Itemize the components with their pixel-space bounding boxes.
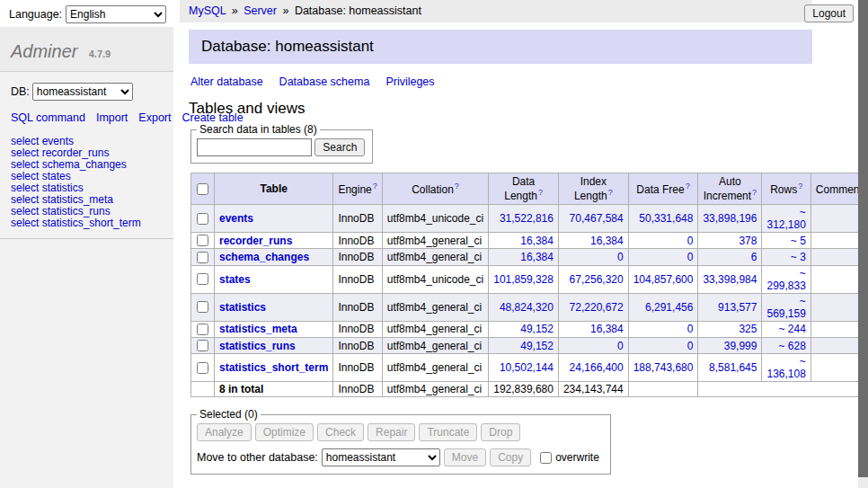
export-link[interactable]: Export — [138, 111, 171, 124]
row-select-cell — [191, 293, 215, 321]
row-select-checkbox[interactable] — [197, 273, 208, 285]
auto-increment-link[interactable]: 6 — [751, 251, 757, 263]
help-icon[interactable]: ? — [373, 182, 377, 191]
table-name-link[interactable]: recorder_runs — [219, 235, 292, 247]
sidebar-table-link[interactable]: select statistics_short_term — [11, 217, 173, 229]
vertical-scrollbar[interactable] — [858, 0, 868, 488]
index-length-cell: 0 — [558, 249, 628, 265]
data-length-link[interactable]: 31,522,816 — [500, 212, 554, 225]
search-button[interactable]: Search — [314, 138, 365, 156]
help-icon[interactable]: ? — [455, 182, 459, 191]
data-length-link[interactable]: 49,152 — [520, 340, 554, 352]
bulk-analyze-button[interactable]: Analyze — [197, 423, 252, 441]
auto-increment-link[interactable]: 33,398,984 — [703, 273, 757, 286]
help-icon[interactable]: ? — [686, 182, 690, 191]
move-button[interactable]: Move — [444, 448, 486, 466]
auto-increment-link[interactable]: 39,999 — [724, 340, 757, 352]
bulk-drop-button[interactable]: Drop — [481, 423, 520, 441]
data-free-link[interactable]: 188,743,680 — [633, 361, 694, 374]
search-fieldset: Search data in tables (8) Search — [190, 123, 373, 164]
table-name-link[interactable]: statistics_short_term — [219, 361, 328, 374]
index-length-link[interactable]: 24,166,400 — [570, 361, 624, 374]
scrollbar-thumb[interactable] — [858, 0, 868, 477]
rows-count-link[interactable]: ~ 136,108 — [766, 355, 805, 380]
db-select[interactable]: homeassistant — [32, 83, 133, 101]
data-length-link[interactable]: 16,384 — [520, 251, 554, 263]
sql-command-link[interactable]: SQL command — [11, 111, 85, 124]
db-label: DB: — [11, 85, 30, 98]
index-length-link[interactable]: 0 — [617, 340, 624, 352]
index-length-link[interactable]: 67,256,320 — [570, 273, 624, 286]
auto-increment-link[interactable]: 8,581,645 — [709, 361, 757, 374]
rows-count-link[interactable]: ~ 628 — [778, 340, 805, 352]
index-length-link[interactable]: 70,467,584 — [570, 212, 624, 225]
data-length-link[interactable]: 48,824,320 — [500, 301, 554, 314]
rows-count-link[interactable]: ~ 5 — [791, 235, 806, 247]
rows-count-link[interactable]: ~ 299,833 — [766, 267, 805, 292]
data-free-link[interactable]: 0 — [687, 251, 694, 263]
data-free-cell: 50,331,648 — [628, 205, 698, 233]
table-name-link[interactable]: states — [219, 273, 251, 286]
row-select-checkbox[interactable] — [197, 324, 208, 335]
select-all-checkbox[interactable] — [197, 183, 208, 195]
index-length-link[interactable]: 72,220,672 — [570, 301, 624, 314]
index-length-link[interactable]: 16,384 — [590, 235, 624, 247]
bulk-check-button[interactable]: Check — [317, 423, 364, 441]
table-name-link[interactable]: statistics_meta — [219, 323, 297, 335]
help-icon[interactable]: ? — [608, 188, 613, 197]
logout-button[interactable]: Logout — [804, 4, 854, 22]
bulk-optimize-button[interactable]: Optimize — [255, 423, 314, 441]
help-icon[interactable]: ? — [538, 188, 543, 197]
alter-database-link[interactable]: Alter database — [190, 75, 263, 88]
index-length-cell: 0 — [558, 337, 628, 353]
table-name-link[interactable]: statistics — [219, 301, 266, 314]
data-length-link[interactable]: 49,152 — [520, 323, 554, 335]
search-input[interactable] — [197, 138, 312, 156]
data-free-link[interactable]: 104,857,600 — [633, 273, 694, 286]
data-length-link[interactable]: 10,502,144 — [500, 361, 554, 374]
rows-count-link[interactable]: ~ 3 — [791, 251, 806, 263]
help-icon[interactable]: ? — [798, 182, 802, 191]
import-link[interactable]: Import — [96, 111, 128, 124]
overwrite-checkbox[interactable] — [540, 452, 552, 464]
table-name-link[interactable]: statistics_runs — [219, 340, 296, 352]
data-length-link[interactable]: 101,859,328 — [493, 273, 554, 286]
row-select-checkbox[interactable] — [197, 362, 208, 374]
index-length-link[interactable]: 0 — [617, 251, 624, 263]
help-icon[interactable]: ? — [752, 188, 757, 197]
row-select-checkbox[interactable] — [197, 340, 208, 351]
bulk-truncate-button[interactable]: Truncate — [419, 423, 477, 441]
data-free-link[interactable]: 6,291,456 — [645, 301, 693, 314]
auto-increment-link[interactable]: 913,577 — [718, 301, 757, 314]
breadcrumb-link-mysql[interactable]: MySQL — [189, 4, 226, 17]
row-select-checkbox[interactable] — [197, 301, 208, 313]
move-database-select[interactable]: homeassistant — [322, 448, 440, 466]
data-free-link[interactable]: 0 — [687, 323, 694, 335]
table-name-link[interactable]: schema_changes — [219, 251, 309, 263]
data-free-link[interactable]: 50,331,648 — [639, 212, 693, 225]
row-select-checkbox[interactable] — [197, 213, 208, 225]
table-row: statesInnoDButf8mb4_unicode_ci101,859,32… — [191, 265, 868, 293]
rows-count-link[interactable]: ~ 312,180 — [766, 206, 805, 231]
table-name-link[interactable]: events — [219, 212, 253, 225]
auto-increment-cell: 39,999 — [698, 337, 762, 353]
auto-increment-link[interactable]: 33,898,196 — [703, 212, 757, 225]
data-length-link[interactable]: 16,384 — [520, 235, 554, 247]
privileges-link[interactable]: Privileges — [385, 75, 434, 88]
database-schema-link[interactable]: Database schema — [279, 75, 370, 88]
row-select-checkbox[interactable] — [197, 252, 208, 263]
row-select-checkbox[interactable] — [197, 235, 208, 246]
totals-index-length-cell: 234,143,744 — [558, 382, 628, 397]
bulk-repair-button[interactable]: Repair — [368, 423, 415, 441]
auto-increment-link[interactable]: 325 — [739, 323, 757, 335]
language-select[interactable]: English — [66, 5, 166, 23]
data-free-link[interactable]: 0 — [687, 340, 694, 352]
index-length-link[interactable]: 16,384 — [590, 323, 624, 335]
rows-count-link[interactable]: ~ 569,159 — [766, 295, 805, 320]
app-name[interactable]: Adminer — [11, 41, 77, 61]
breadcrumb-link-server[interactable]: Server — [244, 4, 277, 17]
auto-increment-link[interactable]: 378 — [739, 235, 757, 247]
rows-count-link[interactable]: ~ 244 — [778, 323, 805, 335]
copy-button[interactable]: Copy — [490, 448, 531, 466]
data-free-link[interactable]: 0 — [687, 235, 694, 247]
